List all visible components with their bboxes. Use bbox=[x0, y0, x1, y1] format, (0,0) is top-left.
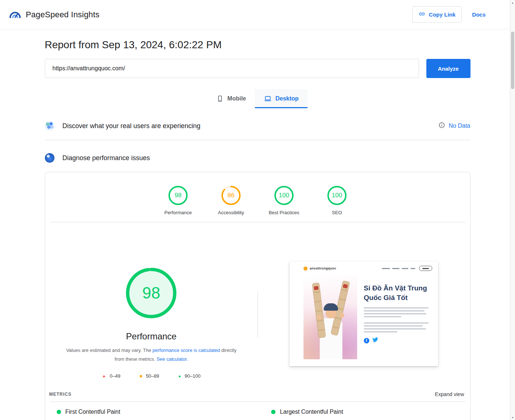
preview-hero: Sỉ Đồ Ăn Vặt Trung Quốc Giá Tốt bbox=[290, 273, 438, 366]
legend-item-poor: 0–49 bbox=[102, 373, 120, 379]
link-icon bbox=[419, 11, 425, 18]
metrics-header: METRICS Expand view bbox=[45, 391, 470, 397]
preview-navbar: anvattrungquoc bbox=[290, 261, 438, 273]
poor-range-icon bbox=[102, 374, 106, 378]
app-title: PageSpeed Insights bbox=[26, 10, 100, 20]
scrollbar-down-arrow[interactable]: ▼ bbox=[510, 415, 515, 420]
tab-desktop[interactable]: Desktop bbox=[255, 89, 308, 108]
good-range-icon bbox=[178, 374, 181, 378]
metrics-list: First Contentful Paint Largest Contentfu… bbox=[45, 402, 470, 415]
preview-nav-item-bar bbox=[402, 268, 408, 269]
metric-fcp[interactable]: First Contentful Paint bbox=[45, 409, 258, 415]
performance-note: Values are estimated and may vary. The p… bbox=[61, 346, 242, 364]
preview-paragraph-2 bbox=[364, 322, 429, 332]
app-logo-group[interactable]: PageSpeed Insights bbox=[9, 8, 100, 21]
scrollbar-thumb[interactable] bbox=[511, 32, 514, 89]
report-title: Report from Sep 13, 2024, 6:02:22 PM bbox=[45, 39, 470, 51]
see-calculator-link[interactable]: See calculator. bbox=[157, 356, 188, 362]
top-bar: PageSpeed Insights Copy Link Docs bbox=[0, 0, 515, 29]
main-content: Report from Sep 13, 2024, 6:02:22 PM Ana… bbox=[45, 29, 470, 420]
top-bar-actions: Copy Link Docs bbox=[412, 6, 486, 23]
preview-nav-item-bar bbox=[411, 268, 415, 269]
metrics-heading: METRICS bbox=[49, 392, 72, 397]
analyze-button[interactable]: Analyze bbox=[426, 59, 470, 78]
pagespeed-logo-icon bbox=[9, 8, 21, 21]
column-divider bbox=[258, 292, 258, 338]
url-row: Analyze bbox=[45, 59, 470, 78]
metric-lcp[interactable]: Largest Contentful Paint bbox=[258, 409, 470, 415]
legend-item-good: 90–100 bbox=[178, 373, 201, 379]
site-preview-image bbox=[303, 275, 357, 359]
score-legend: 0–49 50–89 90–100 bbox=[102, 373, 200, 379]
section-divider bbox=[45, 140, 470, 140]
docs-link[interactable]: Docs bbox=[472, 11, 486, 18]
site-preview-thumbnail[interactable]: anvattrungquoc bbox=[290, 261, 438, 366]
scrollbar[interactable]: ▲ ▼ bbox=[510, 0, 515, 420]
good-range-label: 90–100 bbox=[185, 373, 200, 379]
accessibility-score-gauge: 86 bbox=[220, 185, 242, 206]
diagnose-section: Diagnose performance issues bbox=[45, 150, 470, 166]
tab-desktop-label: Desktop bbox=[276, 95, 299, 102]
field-data-title: Discover what your real users are experi… bbox=[63, 122, 200, 130]
performance-score-label: Performance bbox=[164, 210, 192, 215]
tab-mobile[interactable]: Mobile bbox=[207, 89, 255, 108]
expand-view-button[interactable]: Expand view bbox=[435, 391, 464, 397]
score-calc-link[interactable]: performance score is calculated bbox=[153, 347, 220, 353]
preview-nav-item-bar bbox=[382, 268, 390, 269]
preview-site-logo bbox=[303, 267, 308, 271]
report-card: 98 Performance 86 Accessibility 100 Best… bbox=[45, 172, 470, 420]
facebook-icon bbox=[364, 338, 369, 343]
diagnose-title: Diagnose performance issues bbox=[63, 154, 150, 162]
desktop-icon bbox=[264, 95, 272, 102]
field-data-section: Discover what your real users are experi… bbox=[45, 118, 470, 134]
poor-range-label: 0–49 bbox=[110, 373, 120, 379]
good-status-dot bbox=[57, 410, 61, 414]
performance-heading: Performance bbox=[126, 331, 177, 342]
copy-link-label: Copy Link bbox=[429, 11, 456, 18]
scrollbar-up-arrow[interactable]: ▲ bbox=[510, 0, 515, 5]
preview-headline: Sỉ Đồ Ăn Vặt Trung Quốc Giá Tốt bbox=[364, 283, 429, 302]
lab-data-icon bbox=[45, 153, 54, 163]
note-text-1: Values are estimated and may vary. The bbox=[66, 347, 153, 353]
twitter-icon bbox=[372, 337, 378, 344]
score-item-accessibility[interactable]: 86 Accessibility bbox=[212, 185, 250, 215]
score-item-seo[interactable]: 100 SEO bbox=[318, 185, 356, 215]
preview-site-name: anvattrungquoc bbox=[310, 267, 336, 270]
tab-mobile-label: Mobile bbox=[227, 95, 246, 102]
metric-fcp-label: First Contentful Paint bbox=[65, 409, 120, 415]
average-range-icon bbox=[139, 374, 142, 378]
performance-gauge-large: 98 bbox=[124, 266, 178, 320]
performance-summary-column: 98 Performance Values are estimated and … bbox=[45, 222, 258, 379]
accessibility-score-label: Accessibility bbox=[218, 210, 244, 215]
legend-item-average: 50–89 bbox=[139, 373, 159, 379]
score-item-performance[interactable]: 98 Performance bbox=[159, 185, 197, 215]
seo-score-label: SEO bbox=[332, 210, 342, 215]
no-data-link[interactable]: No Data bbox=[438, 122, 470, 130]
real-users-icon bbox=[45, 121, 54, 131]
best-practices-score-label: Best Practices bbox=[269, 210, 299, 215]
device-tabs: Mobile Desktop bbox=[45, 89, 470, 108]
performance-score-gauge: 98 bbox=[167, 185, 189, 206]
preview-nav-item-bar bbox=[392, 268, 399, 269]
no-data-label: No Data bbox=[449, 123, 470, 129]
final-screenshot-column: anvattrungquoc bbox=[258, 222, 470, 379]
metric-lcp-label: Largest Contentful Paint bbox=[280, 409, 343, 415]
preview-contact-pill bbox=[419, 266, 432, 271]
seo-score-gauge: 100 bbox=[326, 185, 348, 206]
preview-social-row bbox=[364, 337, 429, 344]
preview-paragraph-1 bbox=[364, 307, 429, 317]
score-item-best-practices[interactable]: 100 Best Practices bbox=[265, 185, 303, 215]
copy-link-button[interactable]: Copy Link bbox=[412, 6, 462, 23]
category-scores-row: 98 Performance 86 Accessibility 100 Best… bbox=[45, 172, 470, 215]
average-range-label: 50–89 bbox=[146, 373, 159, 379]
mobile-icon bbox=[216, 95, 224, 102]
info-icon bbox=[438, 122, 445, 130]
url-input[interactable] bbox=[45, 59, 419, 78]
good-status-dot bbox=[271, 410, 276, 414]
performance-detail-grid: 98 Performance Values are estimated and … bbox=[45, 222, 470, 379]
best-practices-score-gauge: 100 bbox=[273, 185, 295, 206]
preview-hero-text: Sỉ Đồ Ăn Vặt Trung Quốc Giá Tốt bbox=[364, 275, 429, 359]
